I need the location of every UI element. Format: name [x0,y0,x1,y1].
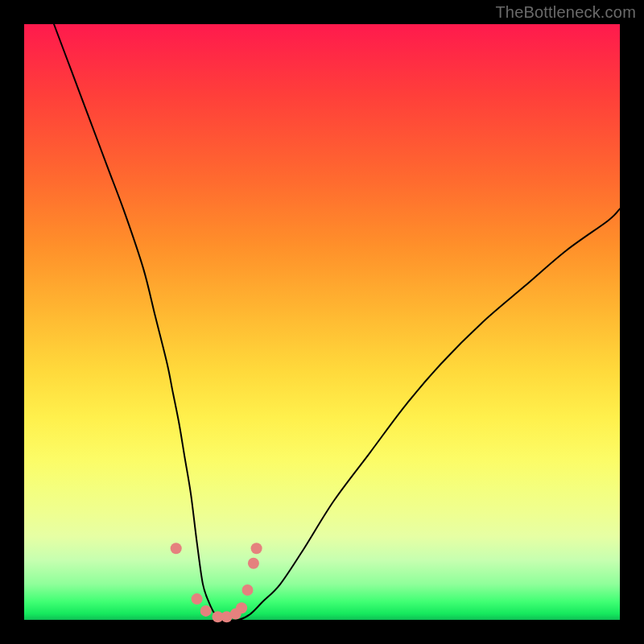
data-point-marker [200,605,212,617]
data-point-marker [192,593,203,605]
data-point-marker [171,543,182,554]
curve-layer [24,24,620,620]
watermark-text: TheBottleneck.com [495,3,636,22]
plot-area [24,24,620,620]
data-point-marker [242,584,254,596]
data-point-marker [236,602,247,613]
curve-markers [171,543,262,622]
bottleneck-curve [54,24,620,621]
chart-stage: TheBottleneck.com [0,0,644,644]
data-point-marker [248,558,259,569]
data-point-marker [251,543,262,554]
